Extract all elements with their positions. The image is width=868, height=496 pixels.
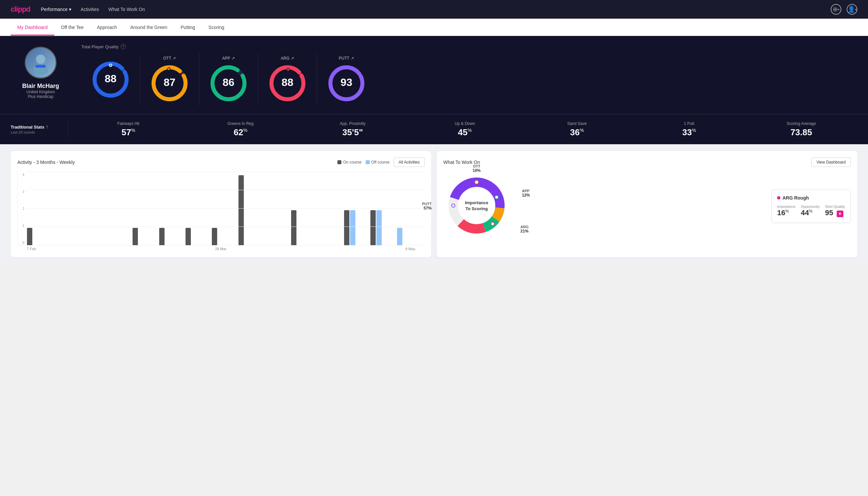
add-button[interactable]: ⊕ ▾ xyxy=(831,4,841,15)
tab-off-the-tee[interactable]: Off the Tee xyxy=(54,19,90,36)
player-handicap: Plus Handicap xyxy=(28,94,53,99)
nav-what-to-work-on[interactable]: What To Work On xyxy=(108,7,145,12)
putt-label: PUTT 57% xyxy=(422,202,432,211)
wtwon-header: What To Work On View Dashboard xyxy=(443,158,851,167)
card-stat-opportunity: Opportunity 44% xyxy=(801,204,820,217)
nav-activities[interactable]: Activities xyxy=(81,7,99,12)
arg-label: ARG 21% xyxy=(521,225,528,233)
bar-chart: 43210 xyxy=(17,172,425,246)
bar-group xyxy=(27,228,52,246)
bar-group xyxy=(212,228,237,246)
stat-up-and-down: Up & Down 45% xyxy=(409,121,521,138)
on-course-dot xyxy=(337,160,342,164)
logo: clippd xyxy=(11,5,30,14)
putt-label: PUTT ↗ xyxy=(339,56,354,61)
svg-text:88: 88 xyxy=(105,73,116,84)
svg-rect-2 xyxy=(36,65,46,68)
on-course-bar[interactable] xyxy=(344,210,349,245)
svg-point-28 xyxy=(452,204,455,207)
tab-putting[interactable]: Putting xyxy=(174,19,202,36)
on-course-bar[interactable] xyxy=(291,210,297,245)
svg-point-27 xyxy=(491,222,494,226)
svg-text:88: 88 xyxy=(282,76,294,88)
svg-point-26 xyxy=(495,196,498,199)
bar-group xyxy=(344,210,369,245)
trad-stats-label: Traditional Stats ? Last 20 rounds xyxy=(11,125,64,134)
svg-text:86: 86 xyxy=(222,76,235,88)
info-card-title: ARG Rough xyxy=(777,195,845,201)
bar-group xyxy=(291,210,316,245)
help-icon[interactable]: ? xyxy=(46,125,48,129)
tpq-label: Total Player Quality ? xyxy=(81,44,857,49)
chevron-down-icon: ▾ xyxy=(855,7,857,11)
on-course-bar[interactable] xyxy=(238,175,244,245)
arrow-icon: ↗ xyxy=(173,56,176,61)
bar-group xyxy=(186,228,210,246)
top-navigation: clippd Performance ▾ Activities What To … xyxy=(0,0,868,19)
traditional-stats-section: Traditional Stats ? Last 20 rounds Fairw… xyxy=(0,114,868,144)
avatar xyxy=(25,47,57,79)
off-course-bar[interactable] xyxy=(350,210,356,245)
activity-chart-header: Activity - 3 Months - Weekly On course O… xyxy=(17,158,425,167)
tab-around-the-green[interactable]: Around the Green xyxy=(124,19,174,36)
on-course-bar[interactable] xyxy=(159,228,164,246)
activity-chart-panel: Activity - 3 Months - Weekly On course O… xyxy=(11,151,431,258)
legend-on-course: On course xyxy=(337,160,361,165)
overall-score: 88 xyxy=(81,57,140,102)
bar-group xyxy=(397,228,422,246)
player-name: Blair McHarg xyxy=(22,83,59,90)
player-quality-grid: Total Player Quality ? 88 xyxy=(81,44,857,106)
off-course-bar[interactable] xyxy=(376,210,382,245)
off-course-bar[interactable] xyxy=(397,228,403,246)
donut-chart-container: OTT 10% APP 12% ARG 21% PUTT 57% xyxy=(443,172,510,240)
stat-sand-save: Sand Save 36% xyxy=(521,121,633,138)
putt-score: PUTT ↗ 93 xyxy=(317,53,376,106)
chart-legend: On course Off course All Activities xyxy=(337,158,425,167)
ott-label: OTT 10% xyxy=(473,164,480,173)
grid-line-1 xyxy=(26,227,425,227)
player-country: United Kingdom xyxy=(26,90,54,94)
x-axis-labels: 7 Feb 28 Mar 9 May xyxy=(17,246,425,251)
on-course-bar[interactable] xyxy=(27,228,32,246)
activity-chart-title: Activity - 3 Months - Weekly xyxy=(17,159,75,165)
tab-my-dashboard[interactable]: My Dashboard xyxy=(11,19,54,36)
tab-scoring[interactable]: Scoring xyxy=(202,19,231,36)
tab-approach[interactable]: Approach xyxy=(90,19,124,36)
view-dashboard-button[interactable]: View Dashboard xyxy=(811,158,851,167)
arrow-icon: ↗ xyxy=(232,56,235,61)
stat-greens-in-reg: Greens In Reg 62% xyxy=(185,121,297,138)
card-stat-shot-quality: Shot Quality 95 ▼ xyxy=(825,204,845,217)
plus-icon: ⊕ xyxy=(833,6,838,13)
on-course-bar[interactable] xyxy=(186,228,191,246)
svg-point-25 xyxy=(475,181,478,184)
grid-line-4 xyxy=(26,172,425,172)
bar-group xyxy=(370,210,395,245)
svg-text:Importance: Importance xyxy=(465,200,488,205)
bar-group xyxy=(132,228,158,246)
nav-right: ⊕ ▾ 👤 ▾ xyxy=(831,4,857,15)
all-activities-button[interactable]: All Activities xyxy=(394,158,425,167)
donut-wrap: OTT 10% APP 12% ARG 21% PUTT 57% xyxy=(443,172,851,240)
bar-chart-container: 43210 7 Feb 28 Mar 9 May xyxy=(17,172,425,251)
what-to-work-on-panel: What To Work On View Dashboard OTT 10% A… xyxy=(437,151,857,258)
nav-performance[interactable]: Performance ▾ xyxy=(41,7,71,12)
help-icon[interactable]: ? xyxy=(121,44,126,49)
on-course-bar[interactable] xyxy=(212,228,217,246)
on-course-bar[interactable] xyxy=(370,210,376,245)
arrow-icon: ↗ xyxy=(351,56,354,61)
ott-label: OTT ↗ xyxy=(163,56,176,61)
bottom-panels: Activity - 3 Months - Weekly On course O… xyxy=(0,144,868,264)
user-menu-button[interactable]: 👤 ▾ xyxy=(847,4,857,15)
arg-label: ARG ↗ xyxy=(281,56,294,61)
tab-bar: My Dashboard Off the Tee Approach Around… xyxy=(0,19,868,36)
bar-group xyxy=(238,175,264,245)
bar-group xyxy=(159,228,184,246)
nav-links: Performance ▾ Activities What To Work On xyxy=(41,7,820,12)
app-label: APP 12% xyxy=(522,189,530,198)
svg-text:93: 93 xyxy=(341,76,352,88)
ott-score: OTT ↗ 87 xyxy=(140,53,199,106)
user-icon: 👤 xyxy=(848,6,855,13)
on-course-bar[interactable] xyxy=(132,228,138,246)
svg-point-0 xyxy=(36,55,45,64)
card-stats: Importance 16% Opportunity 44% Shot Qual… xyxy=(777,204,845,217)
